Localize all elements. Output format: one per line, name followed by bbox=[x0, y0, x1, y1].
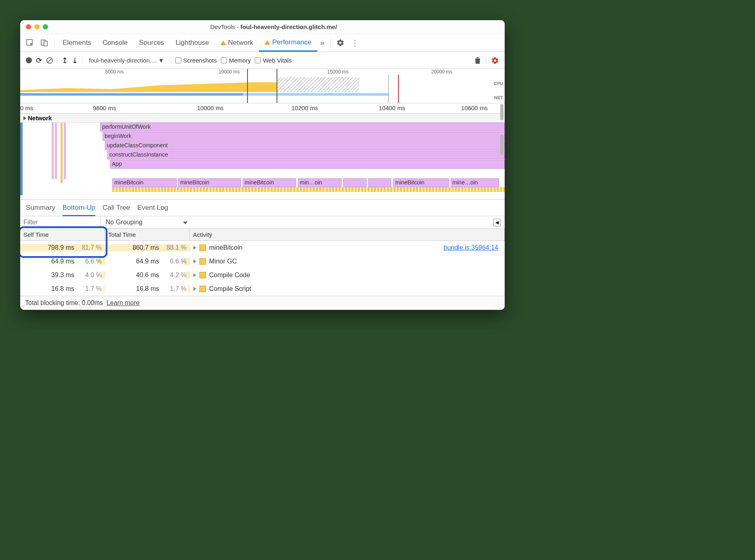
svg-rect-2 bbox=[44, 41, 47, 46]
table-body: 798.9 ms81.7 % 860.7 ms88.1 % mineBitcoi… bbox=[20, 241, 505, 296]
scrollbar[interactable] bbox=[500, 104, 503, 120]
warning-icon bbox=[220, 40, 226, 45]
category-swatch bbox=[199, 272, 206, 278]
ruler-tick: 10400 ms bbox=[379, 104, 405, 111]
col-total-time[interactable]: Total Time bbox=[105, 229, 190, 240]
divider bbox=[330, 38, 331, 47]
chevron-right-icon bbox=[23, 116, 26, 120]
overview-tick: 20000 ms bbox=[431, 69, 453, 75]
flame-bar[interactable] bbox=[343, 178, 367, 187]
gc-button[interactable] bbox=[474, 57, 481, 64]
flame-bar[interactable]: App bbox=[110, 160, 505, 169]
tab-console[interactable]: Console bbox=[97, 35, 133, 51]
toggle-sidebar-icon[interactable]: ◀ bbox=[493, 219, 501, 226]
more-tabs-icon[interactable]: » bbox=[317, 35, 328, 51]
table-row[interactable]: 39.3 ms4.0 % 40.6 ms4.2 % Compile Code bbox=[20, 268, 505, 282]
flame-bar[interactable]: updateClassComponent bbox=[105, 141, 505, 150]
tab-network[interactable]: Network bbox=[215, 35, 259, 51]
flame-bar[interactable]: mine…oin bbox=[451, 178, 499, 187]
col-activity[interactable]: Activity bbox=[190, 229, 505, 240]
chevron-right-icon bbox=[193, 287, 196, 291]
learn-more-link[interactable]: Learn more bbox=[107, 299, 140, 306]
net-label: NET bbox=[494, 95, 503, 100]
record-button[interactable] bbox=[26, 57, 32, 63]
maximize-window-button[interactable] bbox=[43, 24, 48, 29]
devtools-window: DevTools - foul-heavenly-direction.glitc… bbox=[20, 20, 505, 310]
overview-tick: 5000 ms bbox=[105, 69, 124, 75]
flame-bar[interactable]: beginWork bbox=[103, 132, 505, 141]
flame-bar[interactable]: performUnitOfWork bbox=[100, 123, 505, 132]
timeline-overview[interactable]: 5000 ms10000 ms15000 ms20000 ms CPU NET bbox=[20, 69, 505, 103]
profile-selector[interactable]: foul-heavenly-direction.... ▼ bbox=[86, 55, 167, 65]
overview-tick: 15000 ms bbox=[327, 69, 349, 75]
category-swatch bbox=[199, 258, 206, 265]
titlebar: DevTools - foul-heavenly-direction.glitc… bbox=[20, 20, 505, 34]
webvitals-checkbox[interactable]: Web Vitals bbox=[255, 57, 292, 64]
activity-name: Compile Code bbox=[209, 272, 250, 279]
chevron-down-icon bbox=[183, 221, 188, 224]
subtab-event-log[interactable]: Event Log bbox=[137, 204, 168, 212]
tab-lighthouse[interactable]: Lighthouse bbox=[170, 35, 215, 51]
details-tabs: Summary Bottom-Up Call Tree Event Log bbox=[20, 200, 505, 216]
tab-sources[interactable]: Sources bbox=[133, 35, 170, 51]
source-link[interactable]: bundle.js:35964:14 bbox=[444, 244, 498, 251]
chevron-right-icon bbox=[193, 273, 196, 277]
ruler-tick: 10600 ms bbox=[461, 104, 488, 111]
flame-bar[interactable]: mineBitcoin bbox=[243, 178, 296, 187]
close-window-button[interactable] bbox=[26, 24, 31, 29]
divider bbox=[486, 56, 486, 65]
grouping-select[interactable]: No Grouping bbox=[101, 216, 493, 228]
subtab-bottom-up[interactable]: Bottom-Up bbox=[63, 204, 95, 216]
ruler-tick: 9800 ms bbox=[93, 104, 116, 111]
clear-button[interactable] bbox=[46, 57, 53, 64]
kebab-menu-icon[interactable]: ⋮ bbox=[348, 34, 362, 52]
reload-button[interactable]: ⟳ bbox=[36, 56, 42, 65]
device-toggle-icon[interactable] bbox=[37, 35, 52, 51]
category-swatch bbox=[199, 244, 206, 251]
chevron-right-icon bbox=[193, 259, 196, 263]
window-title: DevTools - foul-heavenly-direction.glitc… bbox=[48, 23, 499, 30]
table-row[interactable]: 16.8 ms1.7 % 16.8 ms1.7 % Compile Script bbox=[20, 282, 505, 296]
inspect-icon[interactable] bbox=[23, 35, 37, 51]
ruler-tick: 10000 ms bbox=[197, 104, 224, 111]
subtab-summary[interactable]: Summary bbox=[26, 204, 55, 212]
memory-checkbox[interactable]: Memory bbox=[221, 57, 251, 64]
flame-bar[interactable]: mineBitcoin bbox=[178, 178, 241, 187]
subtab-call-tree[interactable]: Call Tree bbox=[103, 204, 130, 212]
flame-bar[interactable] bbox=[368, 178, 392, 187]
chevron-right-icon bbox=[193, 246, 196, 250]
load-profile-button[interactable]: ↥ bbox=[62, 56, 68, 65]
timeline-ruler[interactable]: 0 ms9800 ms10000 ms10200 ms10400 ms10600… bbox=[20, 103, 505, 114]
divider bbox=[171, 56, 171, 65]
scrollbar[interactable] bbox=[500, 135, 503, 155]
tab-elements[interactable]: Elements bbox=[57, 35, 97, 51]
overview-selection[interactable] bbox=[247, 69, 278, 103]
screenshots-checkbox[interactable]: Screenshots bbox=[175, 57, 217, 64]
divider bbox=[82, 56, 82, 65]
flame-bar[interactable]: mineBitcoin bbox=[393, 178, 449, 187]
category-swatch bbox=[199, 286, 206, 292]
activity-name: mineBitcoin bbox=[209, 244, 243, 251]
capture-settings-icon[interactable] bbox=[491, 56, 499, 65]
perf-toolbar: ⟳ ↥ ⤓ foul-heavenly-direction.... ▼ Scre… bbox=[20, 52, 505, 69]
main-tab-bar: Elements Console Sources Lighthouse Netw… bbox=[20, 34, 505, 52]
flame-chart[interactable]: performUnitOfWorkbeginWorkupdateClassCom… bbox=[20, 123, 505, 200]
status-footer: Total blocking time: 0.00ms Learn more bbox=[20, 296, 505, 310]
warning-icon bbox=[264, 40, 270, 45]
cpu-label: CPU bbox=[494, 81, 503, 86]
ruler-tick: 10200 ms bbox=[292, 104, 318, 111]
highlight-annotation bbox=[20, 226, 107, 258]
network-track-header[interactable]: Network bbox=[20, 114, 505, 123]
overview-tick: 10000 ms bbox=[218, 69, 240, 75]
activity-name: Compile Script bbox=[209, 285, 251, 293]
minimize-window-button[interactable] bbox=[34, 24, 40, 29]
flame-bar[interactable]: mineBitcoin bbox=[112, 178, 177, 187]
activity-name: Minor GC bbox=[209, 258, 237, 265]
save-profile-button[interactable]: ⤓ bbox=[72, 56, 78, 65]
ruler-tick: 0 ms bbox=[20, 104, 34, 111]
flame-bar[interactable]: min…oin bbox=[298, 178, 342, 187]
flame-bar[interactable]: constructClassInstance bbox=[107, 150, 505, 159]
settings-icon[interactable] bbox=[333, 35, 348, 51]
tab-performance[interactable]: Performance bbox=[259, 34, 317, 52]
divider bbox=[57, 56, 58, 65]
